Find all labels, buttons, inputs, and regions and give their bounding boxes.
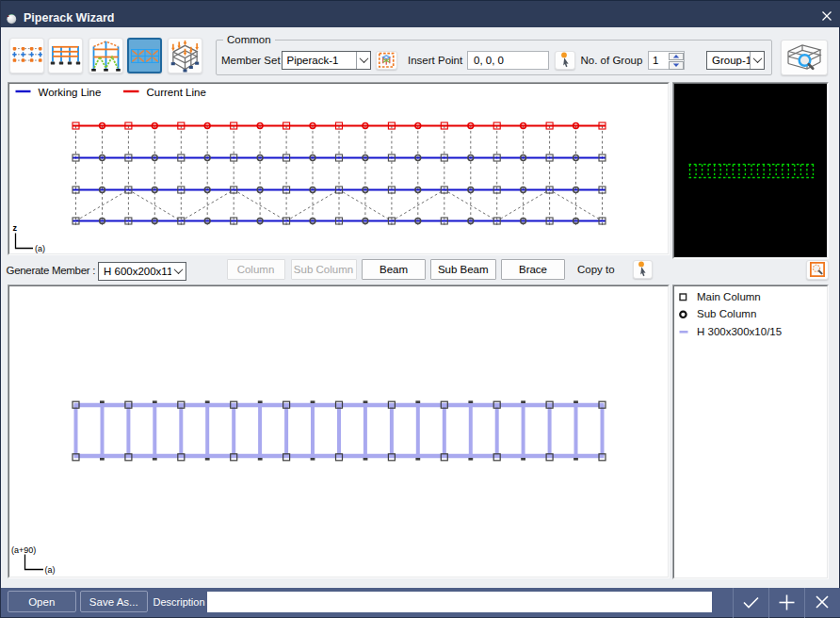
- svg-text:(a): (a): [45, 565, 56, 575]
- svg-text:(a+90): (a+90): [11, 545, 36, 555]
